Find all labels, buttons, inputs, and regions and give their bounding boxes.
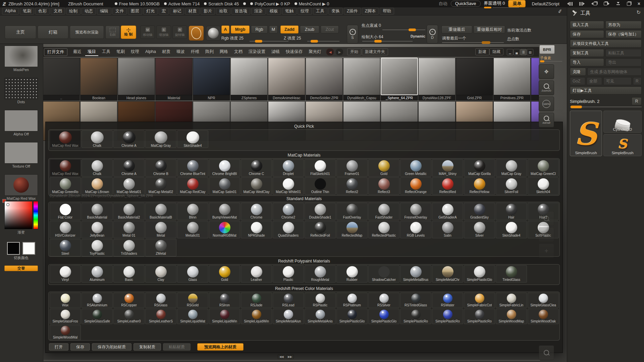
material-footer-button-4[interactable]: 粘贴材质 (163, 343, 191, 351)
scroll-right-icon[interactable]: ▶▶ (286, 355, 293, 359)
scroll-tool-button[interactable]: ✥ (539, 64, 554, 79)
lightbox-tab-4[interactable]: 纹理 (128, 48, 142, 56)
lightbox-tab-12[interactable]: 渲染设置 (246, 48, 268, 56)
material-tile[interactable]: SimpleMetalAnis (305, 309, 336, 324)
material-tile[interactable]: Flat Color (50, 203, 81, 220)
move-gizmo-button[interactable]: M移动轴 (140, 25, 155, 39)
divider-collapse-right-icon[interactable] (578, 2, 586, 6)
hide-button[interactable]: 隐藏 (489, 48, 503, 55)
material-tile[interactable]: SkinShade4 (177, 130, 208, 148)
divider-collapse-left-icon[interactable] (566, 2, 574, 6)
lightbox-prev-icon[interactable]: ◀ (326, 48, 334, 56)
material-tile[interactable]: MatCap Metal02 (145, 177, 176, 195)
paint-mode-rgb-button[interactable]: Rgb (251, 25, 268, 34)
material-tile[interactable]: BasicMaterialB (145, 203, 176, 220)
menu-item-编辑[interactable]: 编辑 (97, 8, 111, 15)
material-tile[interactable]: FastOverlay (336, 203, 368, 220)
material-tile[interactable]: SimpleMetalChr (432, 265, 463, 283)
material-footer-button-3[interactable]: 复制材质 (133, 343, 161, 351)
material-tile[interactable]: MatCap White01 (273, 177, 304, 195)
material-tile[interactable]: SimpleLiquidWat (177, 309, 208, 324)
material-tile[interactable]: Chrome A (113, 159, 145, 177)
see-through-pen-icon[interactable]: ✎ (557, 8, 564, 14)
material-tile[interactable]: SimpleWoodWal (50, 325, 81, 340)
material-tile[interactable]: NPRShade (241, 221, 272, 238)
material-tile[interactable]: BasicMaterial (82, 203, 113, 220)
material-tile[interactable]: QuadShaders (273, 221, 304, 238)
stroke-thumbnail[interactable] (4, 78, 38, 99)
material-tile[interactable]: NormalRGBMat (209, 221, 240, 238)
spix-slider[interactable] (540, 61, 562, 62)
hue-bar[interactable] (33, 201, 38, 229)
rgb-intensity-slider[interactable] (250, 41, 288, 42)
paint-mode-m-button[interactable]: M (269, 25, 278, 34)
material-tile[interactable]: GelShaderA (432, 203, 463, 220)
material-tile[interactable]: MatCap Satin01 (209, 177, 240, 195)
material-tile[interactable]: Chrome C (241, 159, 272, 177)
lightbox-item[interactable]: Head planes (118, 58, 155, 101)
material-tile[interactable]: SimplePlasticRo (464, 309, 495, 324)
material-tile[interactable]: Chrome (241, 203, 272, 220)
material-tile[interactable]: SimpleMetalAlun (273, 309, 304, 324)
material-tile[interactable]: SimpleLeather0 (113, 309, 145, 324)
lightbox-item[interactable]: _Sphere_64.ZPR (381, 58, 418, 101)
menu-item-模板[interactable]: 模板 (267, 8, 281, 15)
lightbox-item[interactable]: Grid.ZPR (456, 58, 493, 101)
material-tile[interactable]: Chalk (82, 130, 113, 148)
material-tile[interactable]: MatCap Gray (496, 159, 527, 177)
brush-thumbnail[interactable] (4, 46, 38, 67)
material-footer-button-5[interactable]: 预览网格上的材质 (197, 343, 244, 351)
material-tile[interactable]: RSCopper (113, 293, 145, 308)
material-tile[interactable]: Glass (177, 265, 208, 283)
material-tile[interactable]: MatCap WedClay (241, 177, 272, 195)
material-tile[interactable]: MatCap Gorilla (464, 159, 495, 177)
material-tile[interactable]: RGB Levels (400, 221, 431, 238)
material-footer-button-2[interactable]: 保存为初始材质 (92, 343, 131, 351)
material-tile[interactable]: Outline Thin (305, 177, 336, 195)
material-tile[interactable]: ReflectYellow (464, 177, 495, 195)
dock-left-icon[interactable] (590, 2, 599, 5)
lightbox-item[interactable]: NPR (193, 58, 230, 101)
material-tile[interactable]: Chrome2 (273, 203, 304, 220)
material-tile[interactable]: Reflect3 (368, 177, 399, 195)
menu-item-笔触[interactable]: 笔触 (282, 8, 297, 15)
lightbox-tab-14[interactable]: 快速保存 (283, 48, 305, 56)
cylinder3d-tool-thumbnail[interactable]: Cylinder3D (603, 111, 642, 133)
material-tile[interactable]: HSVColorizer (50, 221, 81, 238)
menu-item-动态[interactable]: 动态 (82, 8, 96, 15)
secondary-color-swatch[interactable] (22, 242, 35, 255)
material-tile[interactable]: MatCap Gray (145, 130, 176, 148)
material-tile[interactable]: SimpleGlassFros (50, 309, 81, 324)
lightbox-tab-9[interactable]: 阵列 (203, 48, 216, 56)
home-button[interactable]: 主页 (5, 25, 36, 39)
alpha-thumbnail[interactable] (4, 110, 38, 131)
material-tile[interactable]: Droplet (273, 159, 304, 177)
thumb-size-large-icon[interactable]: ☰ (520, 49, 527, 55)
material-tile[interactable]: Plastic (273, 265, 304, 283)
material-tile[interactable]: ZMetal (145, 239, 176, 256)
color-picker-cursor[interactable] (6, 203, 9, 206)
lightbox-tab-0[interactable]: 最近 (71, 48, 84, 56)
material-tile[interactable]: Gold (368, 159, 399, 177)
scale-gizmo-button[interactable]: S缩放轴 (156, 25, 171, 39)
material-tile[interactable]: SimpleFabricLin (496, 293, 527, 308)
stroke-d-button[interactable]: D (427, 25, 438, 44)
paint-mode-a-button[interactable]: A (221, 25, 229, 34)
material-tile[interactable]: MAH_Shiny (432, 159, 463, 177)
material-tile[interactable]: SimpleGlassSafe (82, 309, 113, 324)
shelf-dim-button-4[interactable] (539, 345, 554, 360)
menu-item-Z脚本[interactable]: Z脚本 (362, 8, 379, 15)
draw-button[interactable]: -¦- 绘 制 (121, 25, 136, 39)
material-tile[interactable]: Chrome BrightBl (209, 159, 240, 177)
focal-shift-slider[interactable] (382, 29, 425, 30)
menu-item-帮助[interactable]: 帮助 (380, 8, 394, 15)
material-tile[interactable]: RSAluminium (82, 293, 113, 308)
material-tile[interactable]: RSLead (273, 293, 304, 308)
reload-icon[interactable]: ↻ (636, 9, 641, 15)
lightbox-item[interactable]: Material (155, 58, 193, 101)
tool-panel-button[interactable]: 生成 多边形网格物体 (587, 68, 642, 76)
tool-panel-button[interactable]: GoZ (570, 77, 585, 85)
quicksave-button[interactable]: QuickSave (451, 1, 481, 7)
lightbox-tab-11[interactable]: 文档 (232, 48, 245, 56)
menu-item-影片[interactable]: 影片 (201, 8, 215, 15)
